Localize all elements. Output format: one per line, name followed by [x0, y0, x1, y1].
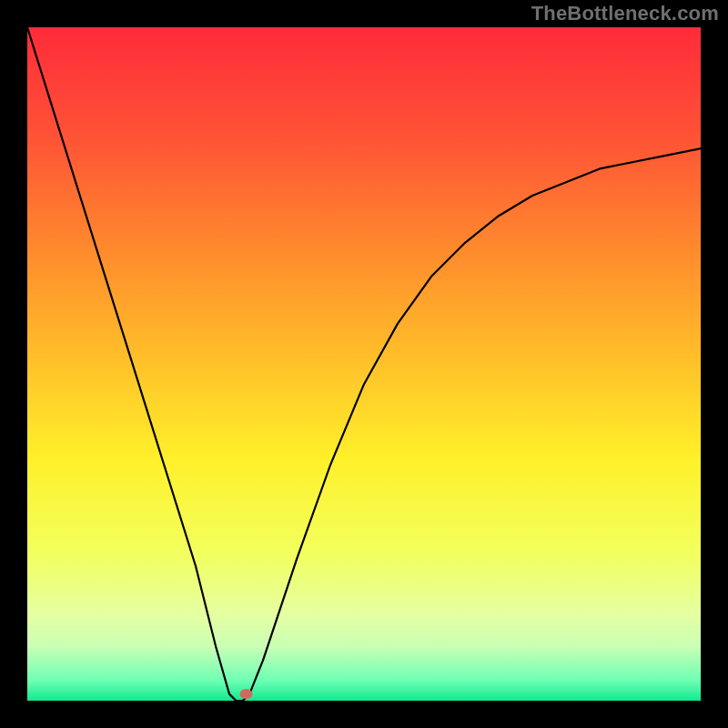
- figure-frame: TheBottleneck.com: [0, 0, 728, 728]
- chart-svg: [27, 27, 701, 701]
- chart-bg: [27, 27, 701, 701]
- plot-frame: [27, 27, 701, 701]
- marker-dot: [240, 689, 253, 699]
- watermark: TheBottleneck.com: [531, 2, 719, 25]
